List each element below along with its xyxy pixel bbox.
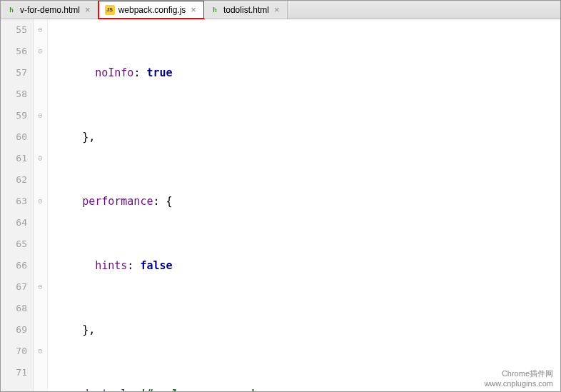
code-area[interactable]: noInfo: true }, performance: { hints: fa…	[48, 19, 560, 391]
fold-icon	[34, 255, 47, 276]
fold-icon[interactable]: ⊖	[34, 19, 47, 41]
line-number: 63	[1, 191, 27, 212]
line-number: 71	[1, 362, 27, 383]
tab-label: webpack.config.js	[118, 5, 186, 15]
fold-icon	[34, 126, 47, 148]
tab-webpack-config[interactable]: JS webpack.config.js ×	[98, 0, 205, 19]
fold-icon	[34, 84, 47, 105]
line-number: 61	[1, 148, 27, 169]
line-number-gutter: 55 56 57 58 59 60 61 62 63 64 65 66 67 6…	[1, 19, 34, 391]
fold-icon	[34, 233, 47, 255]
code-line: noInfo: true	[56, 62, 560, 84]
fold-icon	[34, 62, 47, 84]
tab-label: v-for-demo.html	[20, 5, 80, 15]
line-number: 67	[1, 276, 27, 298]
tab-bar: h v-for-demo.html × JS webpack.config.js…	[1, 1, 560, 19]
fold-icon	[34, 169, 47, 191]
close-icon[interactable]: ×	[84, 4, 92, 15]
line-number: 56	[1, 41, 27, 62]
code-line: performance: {	[56, 191, 560, 212]
fold-icon	[34, 212, 47, 233]
fold-icon[interactable]: ⊖	[34, 191, 47, 212]
fold-icon[interactable]: ⊖	[34, 41, 47, 62]
line-number: 57	[1, 62, 27, 84]
line-number: 64	[1, 212, 27, 233]
html-file-icon: h	[6, 5, 16, 15]
line-number: 68	[1, 298, 27, 319]
js-file-icon: JS	[105, 5, 115, 15]
line-number: 70	[1, 341, 27, 362]
tab-label: todolist.html	[223, 5, 269, 15]
fold-icon	[34, 298, 47, 319]
code-editor[interactable]: 55 56 57 58 59 60 61 62 63 64 65 66 67 6…	[1, 19, 560, 391]
line-number: 65	[1, 233, 27, 255]
tab-todolist[interactable]: h todolist.html ×	[204, 1, 288, 19]
line-number: 62	[1, 169, 27, 191]
fold-icon[interactable]: ⊖	[34, 148, 47, 169]
line-number: 69	[1, 319, 27, 341]
html-file-icon: h	[210, 5, 220, 15]
fold-icon[interactable]: ⊖	[34, 341, 47, 362]
code-line: },	[56, 319, 560, 341]
fold-icon[interactable]: ⊖	[34, 105, 47, 126]
code-line: hints: false	[56, 255, 560, 276]
fold-gutter: ⊖ ⊖ ⊖ ⊖ ⊖ ⊖ ⊖	[34, 19, 48, 391]
line-number: 59	[1, 105, 27, 126]
line-number: 58	[1, 84, 27, 105]
watermark: Chrome插件网 www.cnplugins.com	[484, 368, 553, 388]
line-number: 66	[1, 255, 27, 276]
close-icon[interactable]: ×	[189, 4, 198, 15]
line-number: 55	[1, 19, 27, 41]
fold-icon	[34, 319, 47, 341]
fold-icon	[34, 362, 47, 383]
code-line: },	[56, 126, 560, 148]
close-icon[interactable]: ×	[273, 4, 281, 15]
tab-v-for-demo[interactable]: h v-for-demo.html ×	[1, 1, 98, 19]
fold-icon[interactable]: ⊖	[34, 276, 47, 298]
line-number: 60	[1, 126, 27, 148]
